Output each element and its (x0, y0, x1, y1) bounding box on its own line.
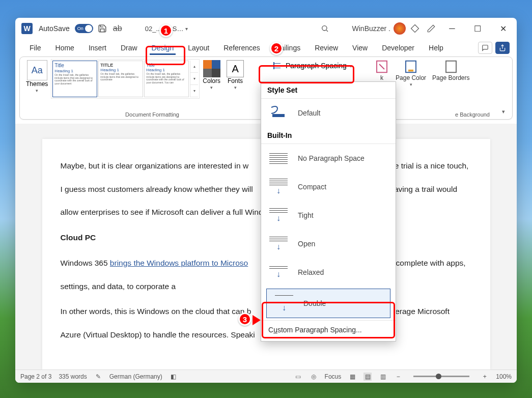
print-layout-icon[interactable]: ▤ (363, 373, 372, 381)
gallery-expand-icon[interactable]: ▾ (190, 85, 198, 97)
winbuzzer-logo-icon (394, 22, 406, 35)
zoom-in-icon[interactable]: + (481, 373, 489, 381)
chevron-down-icon: ▾ (350, 64, 352, 69)
paragraph-spacing-icon (273, 62, 283, 69)
chevron-down-icon: ▾ (163, 26, 166, 32)
group-label-document-formatting: Document Formatting (76, 111, 229, 118)
option-compact[interactable]: ↓ Compact (261, 173, 396, 201)
chevron-down-icon: ▾ (410, 82, 412, 87)
chevron-down-icon: ▾ (185, 26, 188, 32)
option-double[interactable]: ↓ Double (266, 289, 390, 318)
display-settings-icon[interactable]: ▭ (294, 373, 302, 381)
svg-rect-6 (446, 61, 456, 73)
comments-button[interactable] (478, 42, 492, 54)
gallery-item[interactable]: TITLE Heading 1 On the Insert tab, the g… (98, 61, 143, 97)
maximize-button[interactable]: ☐ (467, 21, 488, 36)
zoom-level[interactable]: 100% (496, 373, 512, 380)
tab-view[interactable]: View (345, 41, 375, 55)
brand-text: WinBuzzer . (352, 24, 390, 33)
group-label-page-background: e Background (455, 111, 490, 118)
share-button[interactable] (495, 42, 510, 54)
focus-label[interactable]: Focus (325, 373, 342, 380)
zoom-out-icon[interactable]: − (394, 373, 402, 381)
fonts-icon: A (227, 60, 244, 77)
fonts-button[interactable]: A Fonts ▾ (223, 59, 247, 91)
option-custom-paragraph-spacing[interactable]: Custom Paragraph Spacing... (261, 320, 396, 339)
tab-developer[interactable]: Developer (375, 41, 422, 55)
zoom-slider[interactable] (413, 376, 469, 377)
scroll-down-icon[interactable]: ▾ (190, 73, 198, 85)
svg-line-1 (326, 30, 328, 32)
double-icon: ↓ (274, 294, 294, 312)
option-open[interactable]: ↓ Open (261, 230, 396, 258)
themes-button[interactable]: Aa Themes ▾ (23, 59, 51, 94)
tab-file[interactable]: File (22, 41, 48, 55)
dropdown-section-style-set: Style Set (261, 82, 396, 99)
option-tight[interactable]: ↓ Tight (261, 201, 396, 230)
tab-home[interactable]: Home (48, 41, 81, 55)
themes-icon: Aa (27, 60, 47, 80)
read-mode-icon[interactable]: ▦ (348, 373, 356, 381)
tab-insert[interactable]: Insert (81, 41, 114, 55)
windows-365-link[interactable]: brings the Windows platform to Microso (110, 259, 248, 267)
minimize-button[interactable]: ─ (441, 21, 463, 36)
tight-icon: ↓ (268, 206, 289, 224)
autosave-label: AutoSave (39, 24, 70, 33)
scroll-up-icon[interactable]: ▴ (190, 61, 198, 73)
paragraph-spacing-dropdown: Style Set Default Built-In No Paragraph … (261, 81, 396, 342)
open-icon: ↓ (268, 235, 289, 253)
colors-icon (203, 60, 220, 77)
gallery-scroll[interactable]: ▴ ▾ ▾ (190, 61, 198, 97)
ribbon-tabs: File Home Insert Draw Design Layout Refe… (15, 39, 517, 56)
chevron-down-icon: ▾ (36, 88, 38, 93)
option-default[interactable]: Default (261, 99, 396, 127)
gallery-item[interactable]: Title Heading 1 On the Insert tab, the g… (52, 61, 97, 97)
save-icon[interactable] (96, 22, 108, 35)
web-layout-icon[interactable]: ▥ (379, 373, 387, 381)
page-indicator[interactable]: Page 2 of 3 (20, 373, 51, 380)
tab-review[interactable]: Review (307, 41, 345, 55)
ribbon-collapse-icon[interactable]: ▾ (499, 107, 508, 116)
default-spacing-icon (268, 104, 289, 122)
page-borders-button[interactable]: Page Borders (432, 59, 469, 87)
autosave-toggle[interactable]: On (75, 24, 93, 33)
titlebar: W AutoSave On ab ↶ 02_... ▾ • S… ▾ WinBu… (15, 18, 517, 39)
language-indicator[interactable]: German (Germany) (109, 373, 162, 380)
svg-marker-2 (411, 25, 419, 33)
paragraph-spacing-button[interactable]: Paragraph Spacing ▾ (269, 60, 356, 71)
colors-button[interactable]: Colors ▾ (200, 59, 223, 91)
no-space-icon (268, 149, 289, 167)
spellcheck-icon[interactable]: ✎ (94, 373, 102, 381)
chevron-down-icon: ▾ (210, 85, 213, 90)
option-relaxed[interactable]: ↓ Relaxed (261, 258, 396, 287)
statusbar: Page 2 of 3 335 words ✎ German (Germany)… (15, 369, 517, 383)
dropdown-section-built-in: Built-In (261, 127, 396, 144)
compact-icon: ↓ (268, 178, 289, 196)
tab-mailings[interactable]: Mailings (267, 41, 307, 55)
chevron-down-icon: ▾ (234, 85, 237, 90)
tab-design[interactable]: Design (145, 41, 181, 55)
diamond-icon[interactable] (409, 22, 421, 35)
option-no-paragraph-space[interactable]: No Paragraph Space (261, 144, 396, 173)
focus-icon[interactable]: ◎ (310, 373, 318, 381)
word-count[interactable]: 335 words (59, 373, 87, 380)
search-icon[interactable] (319, 22, 331, 35)
word-app-icon: W (21, 23, 33, 34)
pen-icon[interactable] (425, 22, 437, 35)
tab-help[interactable]: Help (422, 41, 451, 55)
tab-draw[interactable]: Draw (114, 41, 145, 55)
document-name-combo[interactable]: 02_... ▾ • S… ▾ (145, 25, 188, 33)
tab-layout[interactable]: Layout (181, 41, 216, 55)
page-color-button[interactable]: Page Color ▾ (396, 59, 426, 87)
strikethrough-icon[interactable]: ab (111, 22, 124, 35)
relaxed-icon: ↓ (268, 263, 289, 281)
svg-point-0 (322, 26, 326, 31)
close-button[interactable]: ✕ (492, 21, 514, 36)
tab-references[interactable]: References (216, 41, 267, 55)
style-gallery[interactable]: Title Heading 1 On the Insert tab, the g… (51, 59, 200, 99)
accessibility-icon[interactable]: ◧ (170, 373, 178, 381)
gallery-item[interactable]: Title Heading 1 On the Insert tab, the g… (144, 61, 189, 97)
